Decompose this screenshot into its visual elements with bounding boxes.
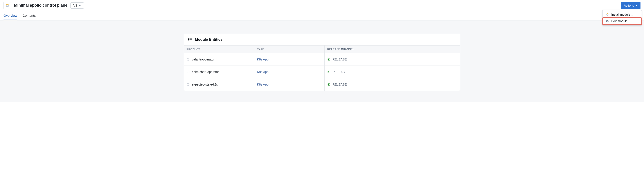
column-header-product: PRODUCT (184, 46, 254, 53)
svg-rect-8 (328, 59, 330, 60)
svg-rect-5 (190, 41, 192, 41)
table-header: PRODUCT TYPE RELEASE CHANNEL (184, 45, 460, 53)
service-icon (186, 83, 190, 86)
svg-point-6 (188, 59, 188, 60)
version-selector[interactable]: V3 (70, 3, 84, 9)
list-icon (188, 38, 192, 42)
tab-overview[interactable]: Overview (4, 11, 17, 20)
table-row: helm-chart-operatorK8s AppRELEASE (184, 66, 460, 78)
menu-item-label: Edit module… (611, 19, 630, 23)
type-link[interactable]: K8s App (257, 83, 268, 86)
actions-button[interactable]: Actions (621, 2, 640, 9)
column-header-channel: RELEASE CHANNEL (324, 46, 460, 53)
chip-icon (327, 70, 330, 73)
svg-rect-14 (328, 84, 330, 85)
table-row: expected-state-k8sK8s AppRELEASE (184, 78, 460, 91)
release-channel: RELEASE (332, 58, 347, 61)
main-content: Module Entities PRODUCT TYPE RELEASE CHA… (0, 21, 644, 102)
product-name: palantir-operator (192, 58, 214, 61)
svg-rect-1 (190, 38, 192, 39)
chip-icon (327, 83, 330, 86)
svg-rect-4 (188, 41, 189, 41)
svg-rect-3 (190, 39, 192, 40)
page-header: Minimal apollo control plane V3 Actions (0, 0, 644, 11)
module-icon (4, 2, 11, 9)
caret-down-icon (636, 5, 638, 6)
actions-menu: Install module… Edit module… (602, 10, 642, 26)
actions-button-label: Actions (624, 4, 634, 7)
type-link[interactable]: K8s App (257, 58, 268, 61)
card-title: Module Entities (195, 37, 222, 42)
service-icon (186, 58, 190, 61)
menu-item-label: Install module… (611, 13, 633, 16)
code-icon (606, 19, 609, 23)
tab-contents[interactable]: Contents (22, 11, 36, 20)
svg-point-9 (188, 72, 188, 72)
type-link[interactable]: K8s App (257, 70, 268, 74)
card-header: Module Entities (184, 34, 460, 45)
svg-rect-0 (188, 38, 189, 39)
menu-item-install-module[interactable]: Install module… (602, 11, 642, 18)
chip-icon (327, 58, 330, 61)
tabs: Overview Contents (0, 11, 644, 21)
column-header-type: TYPE (254, 46, 324, 53)
cube-icon (606, 13, 609, 16)
release-channel: RELEASE (332, 70, 347, 74)
chevron-down-icon (79, 5, 81, 6)
svg-rect-11 (328, 72, 330, 73)
release-channel: RELEASE (332, 83, 347, 86)
svg-point-12 (188, 84, 188, 85)
product-name: helm-chart-operator (192, 70, 219, 74)
menu-item-edit-module[interactable]: Edit module… (602, 18, 642, 25)
version-selector-value: V3 (73, 4, 77, 7)
cube-icon (5, 4, 9, 8)
table-row: palantir-operatorK8s AppRELEASE (184, 53, 460, 66)
module-entities-card: Module Entities PRODUCT TYPE RELEASE CHA… (184, 34, 460, 91)
table-body: palantir-operatorK8s AppRELEASEhelm-char… (184, 53, 460, 91)
product-name: expected-state-k8s (192, 83, 218, 86)
service-icon (186, 70, 190, 73)
svg-rect-2 (188, 39, 189, 40)
page-title: Minimal apollo control plane (14, 3, 68, 8)
